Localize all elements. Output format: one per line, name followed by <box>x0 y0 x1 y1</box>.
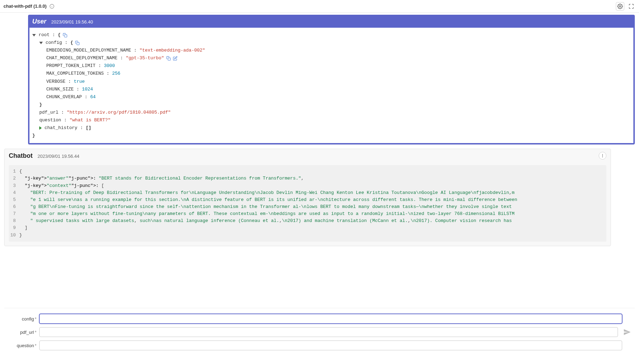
user-message-header: User 2023/09/01 19.56.40 <box>29 16 633 28</box>
code-line: "e 1 will serve\nas a running example fo… <box>19 196 517 203</box>
svg-point-3 <box>619 6 621 7</box>
line-number: 6 <box>9 203 19 210</box>
input-panel: config* pdf_url* question* <box>4 308 635 364</box>
chatbot-body: 1{2 "j-key">"answer""j-punc">: "BERT sta… <box>5 162 611 245</box>
fullscreen-icon[interactable] <box>627 2 635 11</box>
svg-rect-5 <box>77 42 79 45</box>
line-number: 10 <box>9 232 19 239</box>
line-number: 3 <box>9 182 19 189</box>
line-number: 9 <box>9 224 19 231</box>
config-label: config* <box>4 316 39 322</box>
edit-icon[interactable] <box>173 56 177 61</box>
pdf-url-label: pdf_url* <box>4 330 39 335</box>
code-line: "m one or more layers without fine-tunin… <box>19 210 514 217</box>
line-number: 5 <box>9 196 19 203</box>
chatbot-message: Chatbot 2023/09/01 19.56.44 1{2 "j-key">… <box>4 149 611 246</box>
send-icon[interactable] <box>622 327 632 337</box>
config-input[interactable] <box>39 314 622 324</box>
code-line: "j-key">"context""j-punc">: [ <box>19 182 104 189</box>
svg-rect-6 <box>168 58 170 60</box>
user-json-tree: root : { config : { EMBEDDING_MODEL_DEPL… <box>29 28 633 143</box>
copy-icon[interactable] <box>166 56 171 61</box>
app-header: chat-with-pdf (1.0.0) <box>0 0 639 13</box>
code-line: ] <box>19 224 27 231</box>
svg-point-7 <box>602 154 603 155</box>
caret-down-icon[interactable] <box>39 42 43 44</box>
question-input[interactable] <box>39 341 622 350</box>
code-block[interactable]: 1{2 "j-key">"answer""j-punc">: "BERT sta… <box>9 165 606 241</box>
app-title: chat-with-pdf (1.0.0) <box>4 4 47 9</box>
line-number: 7 <box>9 210 19 217</box>
code-line: "g BERT\nFine-tuning is straightforward … <box>19 203 514 210</box>
header-right <box>616 2 635 11</box>
role-label: User <box>32 18 46 25</box>
input-row-question: question* <box>4 341 635 350</box>
user-message: User 2023/09/01 19.56.40 root : { config… <box>28 15 635 144</box>
caret-down-icon[interactable] <box>32 34 36 36</box>
timestamp: 2023/09/01 19.56.44 <box>38 154 79 159</box>
chat-scroll[interactable]: User 2023/09/01 19.56.40 root : { config… <box>0 13 639 308</box>
caret-right-icon[interactable] <box>39 126 42 130</box>
line-number: 8 <box>9 217 19 224</box>
code-line: { <box>19 168 22 175</box>
svg-point-8 <box>602 155 603 156</box>
info-icon[interactable] <box>49 4 54 9</box>
input-row-pdf-url: pdf_url* <box>4 327 635 337</box>
line-number: 2 <box>9 175 19 182</box>
copy-icon[interactable] <box>75 41 80 45</box>
code-line: "j-key">"answer""j-punc">: "BERT stands … <box>19 175 304 182</box>
header-left: chat-with-pdf (1.0.0) <box>4 4 54 9</box>
chatbot-message-header: Chatbot 2023/09/01 19.56.44 <box>5 149 611 162</box>
more-icon[interactable] <box>599 152 606 160</box>
role-label: Chatbot <box>9 152 33 160</box>
pdf-url-input[interactable] <box>39 327 618 337</box>
code-line: " supervised tasks with large datasets, … <box>19 217 514 224</box>
line-number: 4 <box>9 189 19 196</box>
svg-point-9 <box>602 157 603 157</box>
timestamp: 2023/09/01 19.56.40 <box>51 19 93 25</box>
svg-rect-4 <box>65 34 67 37</box>
copy-icon[interactable] <box>63 33 67 38</box>
settings-icon[interactable] <box>616 2 624 11</box>
line-number: 1 <box>9 168 19 175</box>
code-line: "BERT: Pre-training of Deep Bidirectiona… <box>19 189 514 196</box>
code-line: } <box>19 232 22 239</box>
input-row-config: config* <box>4 314 635 324</box>
question-label: question* <box>4 343 39 348</box>
